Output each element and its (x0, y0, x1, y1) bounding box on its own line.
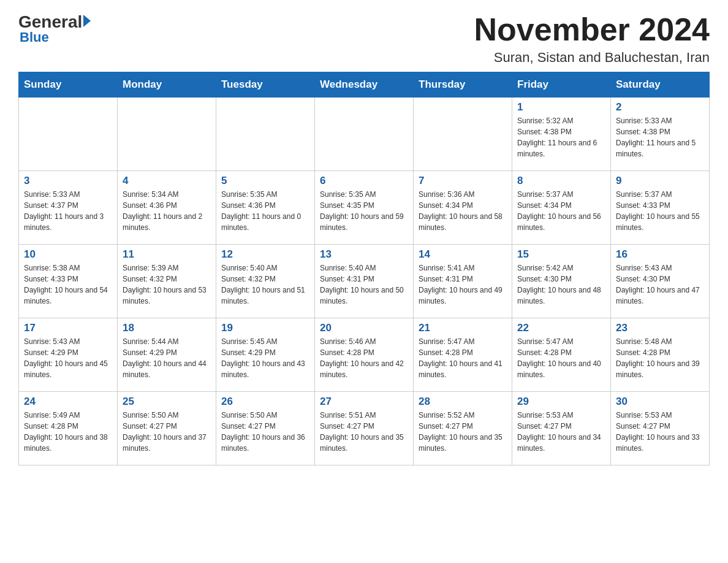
page-header: General Blue November 2024 Suran, Sistan… (18, 12, 710, 66)
day-number: 29 (517, 396, 605, 408)
header-friday: Friday (512, 72, 611, 98)
day-info: Sunrise: 5:53 AMSunset: 4:27 PMDaylight:… (517, 410, 605, 454)
day-info: Sunrise: 5:32 AMSunset: 4:38 PMDaylight:… (517, 115, 605, 159)
day-number: 13 (320, 248, 408, 261)
week-row-1: 1Sunrise: 5:32 AMSunset: 4:38 PMDaylight… (19, 98, 710, 171)
day-number: 5 (221, 175, 309, 187)
calendar-cell: 16Sunrise: 5:43 AMSunset: 4:30 PMDayligh… (611, 245, 710, 318)
day-info: Sunrise: 5:37 AMSunset: 4:33 PMDaylight:… (616, 189, 704, 233)
header-sunday: Sunday (19, 72, 118, 98)
day-number: 21 (419, 322, 507, 334)
day-info: Sunrise: 5:33 AMSunset: 4:37 PMDaylight:… (24, 189, 112, 233)
day-info: Sunrise: 5:40 AMSunset: 4:32 PMDaylight:… (221, 262, 309, 307)
day-number: 12 (221, 248, 309, 261)
calendar-table: SundayMondayTuesdayWednesdayThursdayFrid… (18, 72, 710, 465)
day-info: Sunrise: 5:38 AMSunset: 4:33 PMDaylight:… (24, 262, 112, 307)
day-number: 22 (517, 322, 605, 334)
calendar-cell: 13Sunrise: 5:40 AMSunset: 4:31 PMDayligh… (315, 245, 414, 318)
day-number: 4 (123, 175, 211, 187)
calendar-cell: 2Sunrise: 5:33 AMSunset: 4:38 PMDaylight… (611, 98, 710, 171)
day-number: 15 (517, 248, 605, 261)
calendar-cell: 6Sunrise: 5:35 AMSunset: 4:35 PMDaylight… (315, 171, 414, 245)
day-info: Sunrise: 5:43 AMSunset: 4:30 PMDaylight:… (616, 262, 704, 307)
calendar-cell: 25Sunrise: 5:50 AMSunset: 4:27 PMDayligh… (118, 392, 216, 465)
calendar-cell: 5Sunrise: 5:35 AMSunset: 4:36 PMDaylight… (216, 171, 315, 245)
calendar-cell (315, 98, 414, 171)
day-info: Sunrise: 5:53 AMSunset: 4:27 PMDaylight:… (616, 410, 704, 454)
header-thursday: Thursday (414, 72, 512, 98)
calendar-cell (19, 98, 118, 171)
day-info: Sunrise: 5:39 AMSunset: 4:32 PMDaylight:… (123, 262, 211, 307)
day-number: 7 (419, 175, 507, 187)
day-number: 1 (517, 101, 605, 113)
day-info: Sunrise: 5:47 AMSunset: 4:28 PMDaylight:… (419, 336, 507, 380)
header-saturday: Saturday (611, 72, 710, 98)
calendar-cell: 9Sunrise: 5:37 AMSunset: 4:33 PMDaylight… (611, 171, 710, 245)
calendar-cell: 18Sunrise: 5:44 AMSunset: 4:29 PMDayligh… (118, 318, 216, 392)
day-info: Sunrise: 5:36 AMSunset: 4:34 PMDaylight:… (419, 189, 507, 233)
day-number: 14 (419, 248, 507, 261)
day-number: 28 (419, 396, 507, 408)
calendar-cell: 3Sunrise: 5:33 AMSunset: 4:37 PMDaylight… (19, 171, 118, 245)
week-row-3: 10Sunrise: 5:38 AMSunset: 4:33 PMDayligh… (19, 245, 710, 318)
calendar-cell: 26Sunrise: 5:50 AMSunset: 4:27 PMDayligh… (216, 392, 315, 465)
logo: General Blue (18, 12, 91, 45)
day-number: 17 (24, 322, 112, 334)
calendar-cell: 21Sunrise: 5:47 AMSunset: 4:28 PMDayligh… (414, 318, 512, 392)
header-wednesday: Wednesday (315, 72, 414, 98)
day-info: Sunrise: 5:44 AMSunset: 4:29 PMDaylight:… (123, 336, 211, 380)
day-info: Sunrise: 5:42 AMSunset: 4:30 PMDaylight:… (517, 262, 605, 307)
day-number: 23 (616, 322, 704, 334)
day-number: 11 (123, 248, 211, 261)
day-number: 27 (320, 396, 408, 408)
logo-blue: Blue (18, 29, 49, 45)
calendar-cell: 10Sunrise: 5:38 AMSunset: 4:33 PMDayligh… (19, 245, 118, 318)
calendar-cell: 14Sunrise: 5:41 AMSunset: 4:31 PMDayligh… (414, 245, 512, 318)
day-info: Sunrise: 5:50 AMSunset: 4:27 PMDaylight:… (221, 410, 309, 454)
day-number: 10 (24, 248, 112, 261)
calendar-cell: 23Sunrise: 5:48 AMSunset: 4:28 PMDayligh… (611, 318, 710, 392)
calendar-cell: 15Sunrise: 5:42 AMSunset: 4:30 PMDayligh… (512, 245, 611, 318)
calendar-cell (414, 98, 512, 171)
day-number: 25 (123, 396, 211, 408)
logo-arrow-icon (83, 15, 91, 27)
calendar-header-row: SundayMondayTuesdayWednesdayThursdayFrid… (19, 72, 710, 98)
header-monday: Monday (118, 72, 216, 98)
day-info: Sunrise: 5:50 AMSunset: 4:27 PMDaylight:… (123, 410, 211, 454)
calendar-cell: 19Sunrise: 5:45 AMSunset: 4:29 PMDayligh… (216, 318, 315, 392)
calendar-cell: 11Sunrise: 5:39 AMSunset: 4:32 PMDayligh… (118, 245, 216, 318)
day-number: 16 (616, 248, 704, 261)
day-number: 30 (616, 396, 704, 408)
day-info: Sunrise: 5:49 AMSunset: 4:28 PMDaylight:… (24, 410, 112, 454)
day-info: Sunrise: 5:43 AMSunset: 4:29 PMDaylight:… (24, 336, 112, 380)
calendar-cell: 22Sunrise: 5:47 AMSunset: 4:28 PMDayligh… (512, 318, 611, 392)
calendar-cell: 30Sunrise: 5:53 AMSunset: 4:27 PMDayligh… (611, 392, 710, 465)
calendar-cell: 12Sunrise: 5:40 AMSunset: 4:32 PMDayligh… (216, 245, 315, 318)
day-number: 19 (221, 322, 309, 334)
day-info: Sunrise: 5:48 AMSunset: 4:28 PMDaylight:… (616, 336, 704, 380)
week-row-2: 3Sunrise: 5:33 AMSunset: 4:37 PMDaylight… (19, 171, 710, 245)
day-number: 3 (24, 175, 112, 187)
calendar-cell: 7Sunrise: 5:36 AMSunset: 4:34 PMDaylight… (414, 171, 512, 245)
day-info: Sunrise: 5:41 AMSunset: 4:31 PMDaylight:… (419, 262, 507, 307)
calendar-cell: 24Sunrise: 5:49 AMSunset: 4:28 PMDayligh… (19, 392, 118, 465)
calendar-cell: 4Sunrise: 5:34 AMSunset: 4:36 PMDaylight… (118, 171, 216, 245)
day-info: Sunrise: 5:35 AMSunset: 4:35 PMDaylight:… (320, 189, 408, 233)
day-number: 6 (320, 175, 408, 187)
title-area: November 2024 Suran, Sistan and Baluches… (474, 12, 710, 66)
calendar-cell: 20Sunrise: 5:46 AMSunset: 4:28 PMDayligh… (315, 318, 414, 392)
day-info: Sunrise: 5:35 AMSunset: 4:36 PMDaylight:… (221, 189, 309, 233)
calendar-title: November 2024 (474, 12, 710, 47)
day-number: 20 (320, 322, 408, 334)
calendar-cell: 28Sunrise: 5:52 AMSunset: 4:27 PMDayligh… (414, 392, 512, 465)
day-info: Sunrise: 5:40 AMSunset: 4:31 PMDaylight:… (320, 262, 408, 307)
day-info: Sunrise: 5:45 AMSunset: 4:29 PMDaylight:… (221, 336, 309, 380)
calendar-cell: 1Sunrise: 5:32 AMSunset: 4:38 PMDaylight… (512, 98, 611, 171)
day-info: Sunrise: 5:34 AMSunset: 4:36 PMDaylight:… (123, 189, 211, 233)
calendar-cell: 27Sunrise: 5:51 AMSunset: 4:27 PMDayligh… (315, 392, 414, 465)
day-info: Sunrise: 5:33 AMSunset: 4:38 PMDaylight:… (616, 115, 704, 159)
day-number: 8 (517, 175, 605, 187)
day-info: Sunrise: 5:52 AMSunset: 4:27 PMDaylight:… (419, 410, 507, 454)
calendar-cell: 8Sunrise: 5:37 AMSunset: 4:34 PMDaylight… (512, 171, 611, 245)
day-number: 2 (616, 101, 704, 113)
